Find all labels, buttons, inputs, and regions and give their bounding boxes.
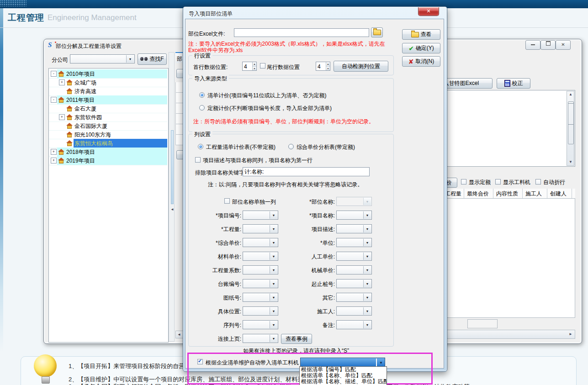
scroll-up-icon[interactable]: ▲ bbox=[569, 93, 572, 96]
show-quota-checkbox[interactable] bbox=[461, 179, 466, 185]
view-example-label: 查看事例 bbox=[286, 335, 307, 343]
spin-down-icon[interactable]: ▼ bbox=[326, 67, 330, 71]
column-header[interactable]: 最终合价 bbox=[464, 189, 493, 198]
mapping-row-5: 材料单价: ▼ 人工单价: ▼ bbox=[189, 252, 393, 262]
tree-item-zhongcheng[interactable]: + 众城广场 bbox=[49, 78, 167, 87]
scrollbar-thumb[interactable] bbox=[568, 101, 574, 144]
part-name-select[interactable]: ▼ bbox=[336, 197, 372, 206]
show-materials-checkbox[interactable] bbox=[495, 179, 501, 185]
remark-select[interactable]: ▼ bbox=[336, 320, 372, 329]
scroll-down-icon[interactable]: ▼ bbox=[569, 160, 572, 164]
unit-select[interactable]: ▼ bbox=[336, 238, 372, 247]
spin-up-icon[interactable]: ▲ bbox=[326, 62, 330, 67]
column-header[interactable]: 内容性质 bbox=[493, 189, 523, 198]
field-label: 其它: bbox=[282, 294, 335, 302]
notes-textarea[interactable]: ▲ ▼ bbox=[443, 90, 575, 167]
combined-price-select[interactable]: ▼ bbox=[243, 238, 278, 247]
stake-range-select[interactable]: ▼ bbox=[336, 279, 372, 288]
row-settings-group: 行设置 首行数据位置: ▲▼ 尾行数据位置 ▲▼ 自动检测列位置 bbox=[188, 55, 394, 75]
column-settings-title: 列设置 bbox=[192, 131, 212, 138]
unit-analysis-label: 综合单价分析表(带定额) bbox=[297, 143, 355, 151]
column-header[interactable]: 施工人 bbox=[523, 189, 547, 198]
open-folder-icon bbox=[373, 30, 381, 35]
quota-pricing-radio[interactable] bbox=[199, 105, 205, 111]
tree-item-2011[interactable]: - 2011年项目 bbox=[49, 95, 167, 105]
tree-collapse-icon[interactable]: - bbox=[51, 97, 57, 103]
column-header[interactable]: 创建人 bbox=[547, 189, 572, 198]
browse-file-button[interactable] bbox=[371, 27, 383, 37]
tree-expand-icon[interactable]: + bbox=[59, 79, 65, 85]
tree-item-label: 2010年项目 bbox=[66, 70, 95, 78]
tree-expand-icon[interactable]: + bbox=[51, 149, 57, 155]
tree-collapse-icon[interactable]: - bbox=[51, 71, 57, 77]
project-code-select[interactable]: ▼ bbox=[243, 211, 278, 220]
calibrate-button[interactable]: 校正 bbox=[497, 78, 530, 89]
worker-select[interactable]: ▼ bbox=[336, 306, 372, 316]
close-button[interactable]: ✕ bbox=[556, 40, 571, 50]
tree-item-2010[interactable]: - 2010年项目 bbox=[49, 69, 167, 79]
exclude-keyword-input[interactable] bbox=[243, 167, 370, 176]
list-pricing-radio[interactable] bbox=[199, 92, 205, 98]
tree-item-2019[interactable]: + 2019年项目 bbox=[49, 156, 167, 165]
tree-item-selected[interactable]: 东营恒大棕榈岛 bbox=[49, 139, 167, 148]
exclude-note: 注：以:间隔，只要项目名称列中含有相关关键字将忽略该记录。 bbox=[208, 181, 363, 189]
labor-price-select[interactable]: ▼ bbox=[336, 252, 372, 261]
auto-wrap-checkbox[interactable] bbox=[535, 179, 541, 185]
cancel-button[interactable]: ✘取消(N) bbox=[402, 56, 440, 67]
link-prev-select[interactable]: ▼ bbox=[243, 334, 278, 343]
quantity-factor-select[interactable]: ▼ bbox=[243, 265, 278, 274]
tree-expand-icon[interactable]: + bbox=[59, 114, 65, 120]
scroll-left-icon[interactable]: ◄ bbox=[177, 333, 181, 337]
drawing-no-select[interactable]: ▼ bbox=[243, 293, 278, 302]
scroll-right-icon[interactable]: ► bbox=[569, 332, 572, 336]
maximize-button[interactable] bbox=[540, 40, 556, 50]
minimize-button[interactable] bbox=[525, 40, 540, 50]
desc-same-col-checkbox[interactable] bbox=[195, 157, 201, 163]
tree-item-2018[interactable]: + 2018年项目 bbox=[49, 148, 167, 157]
view-example-button[interactable]: 查看事例 bbox=[281, 334, 312, 344]
part-name-separate-checkbox[interactable] bbox=[224, 198, 230, 204]
vertical-scrollbar[interactable]: ▲ ▼ bbox=[567, 91, 574, 166]
serial-select[interactable]: ▼ bbox=[243, 320, 278, 329]
tree-item-jiqing[interactable]: 济青高速 bbox=[49, 87, 167, 96]
spin-down-icon[interactable]: ▼ bbox=[253, 67, 256, 71]
other-select[interactable]: ▼ bbox=[336, 293, 372, 302]
spin-up-icon[interactable]: ▲ bbox=[253, 62, 256, 67]
project-desc-select[interactable]: ▼ bbox=[336, 224, 372, 233]
show-quota-label: 显示定额 bbox=[469, 179, 491, 186]
location-select[interactable]: ▼ bbox=[243, 306, 278, 316]
material-price-select[interactable]: ▼ bbox=[243, 252, 278, 261]
first-row-value[interactable] bbox=[243, 62, 252, 70]
field-label: 连接上页: bbox=[189, 335, 241, 343]
tree-item-jinshi[interactable]: 金石大厦 bbox=[49, 104, 167, 113]
right-horizontal-scrollbar[interactable]: ► bbox=[443, 330, 575, 339]
view-button[interactable]: 查看 bbox=[402, 29, 440, 40]
house-icon bbox=[58, 149, 64, 155]
tree-expand-icon[interactable]: + bbox=[51, 158, 57, 163]
ledger-code-select[interactable]: ▼ bbox=[243, 279, 278, 288]
ok-button[interactable]: ✔确定(Y) bbox=[402, 43, 440, 53]
project-name-select[interactable]: ▼ bbox=[336, 211, 372, 220]
dialog-close-button[interactable]: ✕ bbox=[418, 7, 439, 16]
collapse-panel-icon[interactable]: ◄ bbox=[170, 208, 174, 211]
tail-row-checkbox[interactable] bbox=[260, 63, 265, 69]
show-materials-label: 显示工料机 bbox=[503, 179, 530, 186]
boq-table-radio[interactable] bbox=[198, 144, 203, 149]
tree-item-yangguang[interactable]: 阳光100东方海 bbox=[49, 130, 167, 139]
branch-combobox[interactable]: ▼ bbox=[70, 54, 135, 63]
first-row-spinner[interactable]: ▲▼ bbox=[242, 62, 257, 71]
tree-item-dongying-soft[interactable]: + 东营软件园 bbox=[49, 113, 167, 122]
unit-analysis-radio[interactable] bbox=[288, 144, 294, 149]
tree-item-jinshi-intl[interactable]: 金石国际大厦 bbox=[49, 121, 167, 131]
tail-row-value[interactable] bbox=[316, 62, 326, 70]
panel-splitter[interactable]: ◄ bbox=[169, 52, 175, 342]
dropdown-option-3[interactable]: 根据清单【名称、描述、单位】匹配 bbox=[300, 379, 387, 385]
tail-row-spinner[interactable]: ▲▼ bbox=[316, 62, 330, 71]
find-button[interactable]: 查找F bbox=[138, 53, 167, 65]
field-label: 人工单价: bbox=[282, 253, 335, 261]
machine-price-select[interactable]: ▼ bbox=[336, 265, 372, 274]
house-icon bbox=[58, 158, 64, 163]
auto-detect-button[interactable]: 自动检测列位置 bbox=[334, 61, 388, 72]
excel-file-input[interactable] bbox=[234, 28, 369, 37]
quantity-select[interactable]: ▼ bbox=[243, 224, 278, 233]
